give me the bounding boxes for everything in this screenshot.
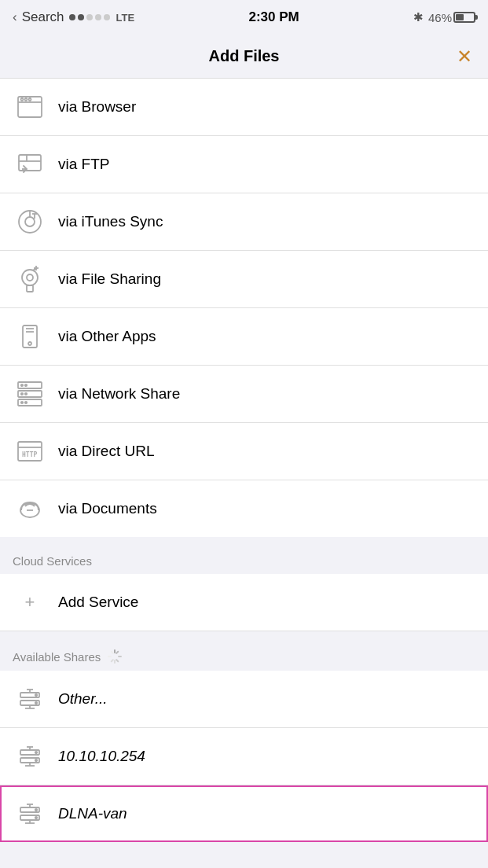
- svg-point-28: [25, 384, 27, 386]
- nav-bar: Add Files ✕: [0, 35, 488, 79]
- list-item-filesharing[interactable]: via File Sharing: [0, 251, 488, 308]
- svg-line-41: [116, 660, 118, 661]
- itunes-label: via iTunes Sync: [58, 213, 163, 230]
- signal-dots: [69, 14, 110, 20]
- battery-icon: [453, 12, 475, 23]
- networkshare-icon: [13, 377, 47, 411]
- svg-point-30: [25, 393, 27, 395]
- back-label[interactable]: Search: [22, 9, 64, 25]
- svg-point-10: [25, 217, 35, 226]
- list-item-browser[interactable]: via Browser: [0, 79, 488, 136]
- loading-spinner: [107, 649, 123, 664]
- svg-point-23: [28, 342, 31, 345]
- available-shares-header: Available Shares: [0, 639, 488, 671]
- svg-point-29: [21, 393, 23, 395]
- list-item-other[interactable]: Other...: [0, 671, 488, 728]
- status-time: 2:30 PM: [248, 9, 299, 25]
- svg-point-54: [35, 702, 37, 704]
- svg-point-72: [35, 817, 37, 818]
- available-shares-label: Available Shares: [13, 650, 101, 664]
- status-left: ‹ Search LTE: [13, 9, 134, 25]
- svg-line-45: [112, 652, 113, 653]
- page-title: Add Files: [208, 47, 279, 65]
- list-item-networkshare[interactable]: via Network Share: [0, 366, 488, 423]
- dot-3: [86, 14, 93, 20]
- svg-rect-5: [19, 155, 41, 171]
- filesharing-icon: [13, 262, 47, 296]
- dot-2: [78, 14, 84, 20]
- svg-point-3: [25, 98, 28, 101]
- itunes-icon: [13, 204, 47, 239]
- close-button[interactable]: ✕: [457, 47, 472, 66]
- filesharing-label: via File Sharing: [58, 270, 161, 288]
- svg-point-14: [22, 270, 38, 285]
- svg-point-4: [29, 98, 31, 101]
- directurl-icon: HTTP: [13, 434, 47, 469]
- list-item-dlna[interactable]: DLNA-van: [0, 785, 488, 842]
- server-icon-ip: [13, 739, 47, 774]
- list-item-documents[interactable]: via Documents: [0, 480, 488, 537]
- main-list: via Browser via FTP via iTunes Syn: [0, 79, 488, 537]
- battery-percent: 46%: [428, 11, 452, 24]
- battery-fill: [456, 14, 464, 20]
- add-service-label: Add Service: [58, 594, 138, 611]
- server-icon-dlna: [13, 796, 47, 831]
- svg-point-27: [21, 384, 23, 386]
- other-label: Other...: [58, 690, 108, 708]
- browser-icon: [13, 90, 47, 124]
- plus-icon: +: [13, 585, 47, 620]
- status-right: ✱ 46%: [413, 10, 475, 24]
- network-type: LTE: [116, 12, 135, 24]
- documents-icon: [13, 491, 47, 526]
- list-item-ftp[interactable]: via FTP: [0, 136, 488, 193]
- list-item-ip[interactable]: 10.10.10.254: [0, 728, 488, 785]
- otherapps-label: via Other Apps: [58, 328, 156, 345]
- status-bar: ‹ Search LTE 2:30 PM ✱ 46%: [0, 0, 488, 35]
- svg-line-43: [112, 660, 113, 661]
- shares-list: Other... 10.10.10.254: [0, 671, 488, 842]
- list-item-itunes[interactable]: via iTunes Sync: [0, 193, 488, 251]
- svg-line-39: [116, 652, 118, 653]
- svg-point-32: [25, 402, 27, 403]
- dlna-label: DLNA-van: [58, 805, 127, 822]
- list-item-directurl[interactable]: HTTP via Direct URL: [0, 423, 488, 480]
- cloud-services-header: Cloud Services: [0, 545, 488, 574]
- ftp-label: via FTP: [58, 156, 109, 173]
- dot-5: [104, 14, 110, 20]
- browser-label: via Browser: [58, 98, 136, 116]
- svg-text:HTTP: HTTP: [22, 451, 37, 458]
- svg-rect-19: [27, 285, 33, 292]
- svg-point-15: [27, 274, 33, 281]
- back-arrow-icon: ‹: [13, 9, 17, 25]
- svg-point-31: [21, 402, 23, 403]
- svg-point-63: [35, 760, 37, 761]
- svg-point-2: [21, 98, 24, 101]
- otherapps-icon: [13, 319, 47, 354]
- dot-1: [69, 14, 75, 20]
- svg-point-53: [35, 694, 37, 696]
- documents-label: via Documents: [58, 500, 157, 517]
- battery: 46%: [428, 11, 475, 24]
- networkshare-label: via Network Share: [58, 385, 180, 403]
- separator-2: [0, 631, 488, 639]
- svg-point-71: [35, 809, 37, 811]
- server-icon-other: [13, 682, 47, 716]
- ip-label: 10.10.10.254: [58, 748, 145, 765]
- dot-4: [95, 14, 101, 20]
- list-item-otherapps[interactable]: via Other Apps: [0, 308, 488, 366]
- svg-point-62: [35, 752, 37, 753]
- bluetooth-icon: ✱: [413, 10, 424, 24]
- separator-1: [0, 537, 488, 545]
- directurl-label: via Direct URL: [58, 443, 154, 460]
- add-service-row[interactable]: + Add Service: [0, 574, 488, 631]
- ftp-icon: [13, 147, 47, 182]
